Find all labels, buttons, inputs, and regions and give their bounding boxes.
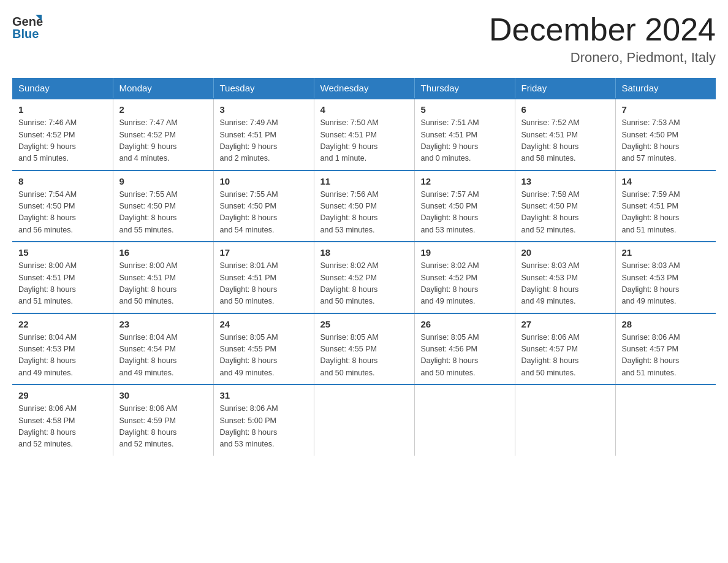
day-number: 20 [521,247,609,258]
weekday-header-row: SundayMondayTuesdayWednesdayThursdayFrid… [12,78,716,99]
calendar-cell: 29Sunrise: 8:06 AMSunset: 4:58 PMDayligh… [12,385,113,456]
day-info: Sunrise: 8:03 AMSunset: 4:53 PMDaylight:… [521,260,609,308]
page-header: General Blue December 2024 Dronero, Pied… [12,12,716,66]
day-info: Sunrise: 7:46 AMSunset: 4:52 PMDaylight:… [18,117,107,165]
day-info: Sunrise: 8:00 AMSunset: 4:51 PMDaylight:… [18,260,107,308]
day-info: Sunrise: 8:04 AMSunset: 4:53 PMDaylight:… [18,332,107,380]
calendar-cell: 12Sunrise: 7:57 AMSunset: 4:50 PMDayligh… [414,170,515,242]
day-number: 3 [220,104,308,115]
day-number: 10 [220,176,308,186]
page-subtitle: Dronero, Piedmont, Italy [489,50,716,66]
title-block: December 2024 Dronero, Piedmont, Italy [489,12,716,66]
calendar-cell [515,385,615,456]
day-info: Sunrise: 8:02 AMSunset: 4:52 PMDaylight:… [421,260,509,308]
weekday-header: Monday [113,78,213,99]
calendar-cell: 14Sunrise: 7:59 AMSunset: 4:51 PMDayligh… [615,170,716,242]
day-number: 24 [220,319,308,329]
day-number: 12 [421,176,509,186]
calendar-cell: 5Sunrise: 7:51 AMSunset: 4:51 PMDaylight… [414,99,515,170]
day-info: Sunrise: 8:06 AMSunset: 5:00 PMDaylight:… [220,403,308,451]
day-number: 25 [320,319,408,329]
day-number: 21 [622,247,710,258]
calendar-cell [414,385,515,456]
day-number: 30 [119,390,207,400]
day-number: 5 [421,104,509,115]
calendar-week-row: 15Sunrise: 8:00 AMSunset: 4:51 PMDayligh… [12,242,716,313]
day-info: Sunrise: 7:49 AMSunset: 4:51 PMDaylight:… [220,117,308,165]
day-info: Sunrise: 8:04 AMSunset: 4:54 PMDaylight:… [119,332,207,380]
day-info: Sunrise: 8:01 AMSunset: 4:51 PMDaylight:… [220,260,308,308]
day-info: Sunrise: 8:05 AMSunset: 4:55 PMDaylight:… [220,332,308,380]
day-info: Sunrise: 7:53 AMSunset: 4:50 PMDaylight:… [622,117,710,165]
day-info: Sunrise: 7:55 AMSunset: 4:50 PMDaylight:… [119,189,207,237]
day-number: 23 [119,319,207,329]
calendar-cell: 8Sunrise: 7:54 AMSunset: 4:50 PMDaylight… [12,170,113,242]
day-number: 15 [18,247,107,258]
day-number: 19 [421,247,509,258]
calendar-cell: 3Sunrise: 7:49 AMSunset: 4:51 PMDaylight… [213,99,314,170]
calendar-cell: 27Sunrise: 8:06 AMSunset: 4:57 PMDayligh… [515,313,615,385]
calendar-cell: 10Sunrise: 7:55 AMSunset: 4:50 PMDayligh… [213,170,314,242]
calendar-cell: 24Sunrise: 8:05 AMSunset: 4:55 PMDayligh… [213,313,314,385]
day-info: Sunrise: 7:55 AMSunset: 4:50 PMDaylight:… [220,189,308,237]
svg-text:Blue: Blue [12,27,39,40]
calendar-cell: 18Sunrise: 8:02 AMSunset: 4:52 PMDayligh… [314,242,414,313]
weekday-header: Wednesday [314,78,414,99]
day-number: 9 [119,176,207,186]
day-info: Sunrise: 8:05 AMSunset: 4:56 PMDaylight:… [421,332,509,380]
calendar-body: 1Sunrise: 7:46 AMSunset: 4:52 PMDaylight… [12,99,716,456]
calendar-cell: 2Sunrise: 7:47 AMSunset: 4:52 PMDaylight… [113,99,213,170]
calendar-week-row: 8Sunrise: 7:54 AMSunset: 4:50 PMDaylight… [12,170,716,242]
calendar-week-row: 1Sunrise: 7:46 AMSunset: 4:52 PMDaylight… [12,99,716,170]
day-number: 2 [119,104,207,115]
day-info: Sunrise: 7:56 AMSunset: 4:50 PMDaylight:… [320,189,408,237]
day-number: 7 [622,104,710,115]
calendar-cell: 9Sunrise: 7:55 AMSunset: 4:50 PMDaylight… [113,170,213,242]
calendar-cell: 22Sunrise: 8:04 AMSunset: 4:53 PMDayligh… [12,313,113,385]
logo-icon: General Blue [12,12,43,40]
day-number: 6 [521,104,609,115]
day-info: Sunrise: 7:54 AMSunset: 4:50 PMDaylight:… [18,189,107,237]
day-number: 28 [622,319,710,329]
calendar-week-row: 22Sunrise: 8:04 AMSunset: 4:53 PMDayligh… [12,313,716,385]
calendar-cell: 28Sunrise: 8:06 AMSunset: 4:57 PMDayligh… [615,313,716,385]
day-info: Sunrise: 8:06 AMSunset: 4:58 PMDaylight:… [18,403,107,451]
calendar-cell: 6Sunrise: 7:52 AMSunset: 4:51 PMDaylight… [515,99,615,170]
day-number: 4 [320,104,408,115]
calendar-cell: 11Sunrise: 7:56 AMSunset: 4:50 PMDayligh… [314,170,414,242]
day-number: 16 [119,247,207,258]
day-info: Sunrise: 7:57 AMSunset: 4:50 PMDaylight:… [421,189,509,237]
weekday-header: Sunday [12,78,113,99]
logo: General Blue [12,12,43,40]
day-info: Sunrise: 8:03 AMSunset: 4:53 PMDaylight:… [622,260,710,308]
day-number: 13 [521,176,609,186]
calendar-cell: 26Sunrise: 8:05 AMSunset: 4:56 PMDayligh… [414,313,515,385]
weekday-header: Saturday [615,78,716,99]
calendar-table: SundayMondayTuesdayWednesdayThursdayFrid… [12,78,716,456]
day-number: 14 [622,176,710,186]
day-info: Sunrise: 7:59 AMSunset: 4:51 PMDaylight:… [622,189,710,237]
day-number: 17 [220,247,308,258]
day-number: 11 [320,176,408,186]
calendar-cell: 16Sunrise: 8:00 AMSunset: 4:51 PMDayligh… [113,242,213,313]
calendar-cell: 21Sunrise: 8:03 AMSunset: 4:53 PMDayligh… [615,242,716,313]
day-info: Sunrise: 8:05 AMSunset: 4:55 PMDaylight:… [320,332,408,380]
calendar-cell: 15Sunrise: 8:00 AMSunset: 4:51 PMDayligh… [12,242,113,313]
calendar-cell: 17Sunrise: 8:01 AMSunset: 4:51 PMDayligh… [213,242,314,313]
day-number: 26 [421,319,509,329]
day-info: Sunrise: 8:06 AMSunset: 4:57 PMDaylight:… [521,332,609,380]
day-info: Sunrise: 8:06 AMSunset: 4:59 PMDaylight:… [119,403,207,451]
day-number: 18 [320,247,408,258]
day-number: 31 [220,390,308,400]
calendar-cell [314,385,414,456]
day-info: Sunrise: 8:06 AMSunset: 4:57 PMDaylight:… [622,332,710,380]
calendar-header: SundayMondayTuesdayWednesdayThursdayFrid… [12,78,716,99]
day-number: 27 [521,319,609,329]
calendar-cell: 7Sunrise: 7:53 AMSunset: 4:50 PMDaylight… [615,99,716,170]
calendar-cell: 4Sunrise: 7:50 AMSunset: 4:51 PMDaylight… [314,99,414,170]
day-number: 22 [18,319,107,329]
calendar-cell: 19Sunrise: 8:02 AMSunset: 4:52 PMDayligh… [414,242,515,313]
weekday-header: Thursday [414,78,515,99]
page-title: December 2024 [489,12,716,47]
calendar-cell: 23Sunrise: 8:04 AMSunset: 4:54 PMDayligh… [113,313,213,385]
